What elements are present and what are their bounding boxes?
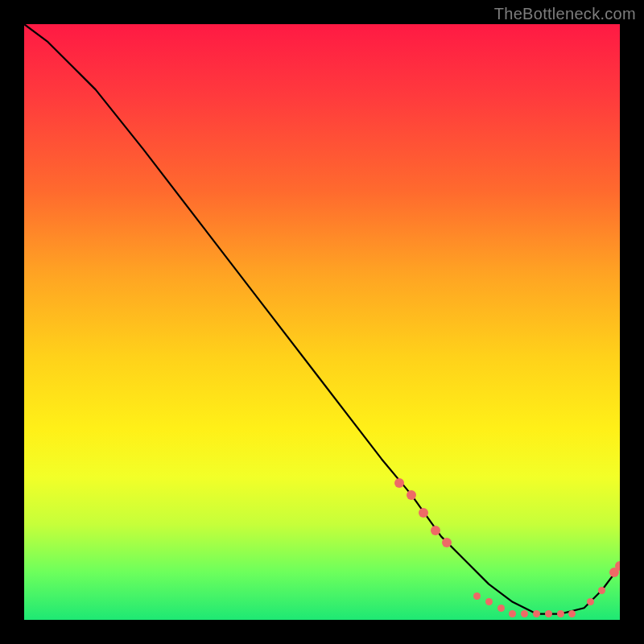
highlight-dot [533,610,540,617]
highlight-dot [419,508,428,518]
watermark-text: TheBottleneck.com [494,5,636,23]
highlight-dot [407,490,416,500]
highlight-dot [587,598,594,605]
highlight-dot [394,478,404,488]
highlight-dot [485,598,493,605]
bottleneck-curve-path [24,24,620,614]
highlight-dot [497,605,505,612]
highlight-dot [598,587,605,594]
plot-area [24,24,620,620]
highlight-dot [431,526,440,535]
highlight-dot [545,610,552,617]
highlight-dot [473,592,481,600]
highlight-dot [557,610,564,617]
curve-svg [24,24,620,620]
chart-stage: TheBottleneck.com [0,0,644,644]
